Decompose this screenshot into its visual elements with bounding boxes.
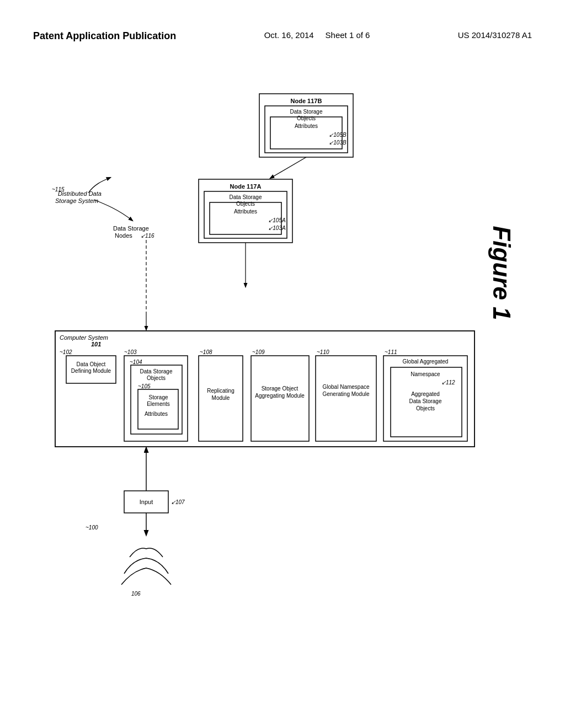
replicating-text1: Replicating xyxy=(207,388,234,394)
storage-system-label: Storage System xyxy=(55,197,98,204)
node-117a-title: Node 117A xyxy=(230,183,262,190)
node-117b-title: Node 117B xyxy=(291,98,322,104)
global-aggregated-text1: Global Aggregated xyxy=(403,358,449,365)
publication-date-sheet: Oct. 16, 2014 Sheet 1 of 6 xyxy=(264,30,370,40)
ref-101: 101 xyxy=(91,341,101,347)
ref-110: ~110 xyxy=(317,349,329,355)
global-namespace-box xyxy=(316,356,376,441)
data-object-text1: Data Object xyxy=(77,361,106,367)
ref-104: ~104 xyxy=(130,359,142,365)
computer-system-label: Computer System xyxy=(60,334,108,341)
global-namespace-text1: Global Namespace xyxy=(322,384,369,390)
storage-object-text2: Aggregating Module xyxy=(255,393,305,399)
arrow-117b-to-117a xyxy=(270,157,306,178)
elements-text: Elements xyxy=(147,401,170,407)
data-object-text2: Defining Module xyxy=(71,368,111,374)
global-namespace-text2: Generating Module xyxy=(322,391,369,397)
aggregated-text3: Objects xyxy=(416,405,435,411)
global-aggregated-text2: Namespace xyxy=(411,371,440,377)
input-label: Input xyxy=(140,499,153,505)
ref-105-inner: ~105 xyxy=(138,383,151,389)
ref-107: ↙107 xyxy=(171,499,185,505)
user-icon-top xyxy=(130,548,163,557)
ref-103b: ↙103B xyxy=(329,140,347,146)
node-117a-data-storage-label: Data Storage xyxy=(230,194,262,200)
arrow-115b xyxy=(94,200,132,221)
node-117b-attributes-label: Attributes xyxy=(295,123,318,129)
publication-type: Patent Application Publication xyxy=(33,30,176,42)
ref-116: ↙116 xyxy=(141,233,154,239)
data-storage-nodes-label1: Data Storage xyxy=(113,225,149,232)
node-117b-data-storage-label: Data Storage xyxy=(290,109,323,115)
aggregated-text2: Data Storage xyxy=(409,398,442,404)
ref-111: ~111 xyxy=(385,349,397,355)
user-icon-mid xyxy=(124,558,168,574)
storage-object-text1: Storage Object xyxy=(262,386,299,392)
ref-103a: ↙103A xyxy=(268,225,286,231)
node-117a-attributes-label: Attributes xyxy=(234,208,257,215)
data-storage-objects-text1: Data Storage xyxy=(140,368,173,374)
diagram-svg: Node 117B Data Storage Objects Attribute… xyxy=(22,77,535,684)
data-storage-nodes-label2: Nodes xyxy=(115,232,132,239)
aggregated-text1: Aggregated xyxy=(411,391,440,397)
ref-100: ~100 xyxy=(86,524,98,531)
patent-page: Patent Application Publication Oct. 16, … xyxy=(0,0,565,728)
page-header: Patent Application Publication Oct. 16, … xyxy=(0,30,565,42)
node-117a-objects-label: Objects xyxy=(236,201,255,207)
attributes-text-main: Attributes xyxy=(145,411,168,417)
ref-105b: ↙105B xyxy=(329,132,347,138)
ref-108: ~108 xyxy=(200,349,212,355)
replicating-text2: Module xyxy=(212,395,230,401)
distributed-data-label: Distributed Data xyxy=(58,190,102,197)
storage-elements-text: Storage xyxy=(148,394,168,400)
ref-103-outer: ~103 xyxy=(124,349,137,355)
data-storage-objects-text2: Objects xyxy=(147,375,166,381)
publication-number: US 2014/310278 A1 xyxy=(458,30,532,40)
user-icon-bottom xyxy=(121,568,171,585)
node-117b-objects-label: Objects xyxy=(297,115,316,121)
ref-102: ~102 xyxy=(60,349,72,355)
ref-105a: ↙105A xyxy=(268,217,286,223)
ref-115: ~115 xyxy=(52,186,65,192)
ref-106: 106 xyxy=(131,591,141,597)
ref-109: ~109 xyxy=(252,349,265,355)
ref-112: ↙112 xyxy=(441,379,455,386)
